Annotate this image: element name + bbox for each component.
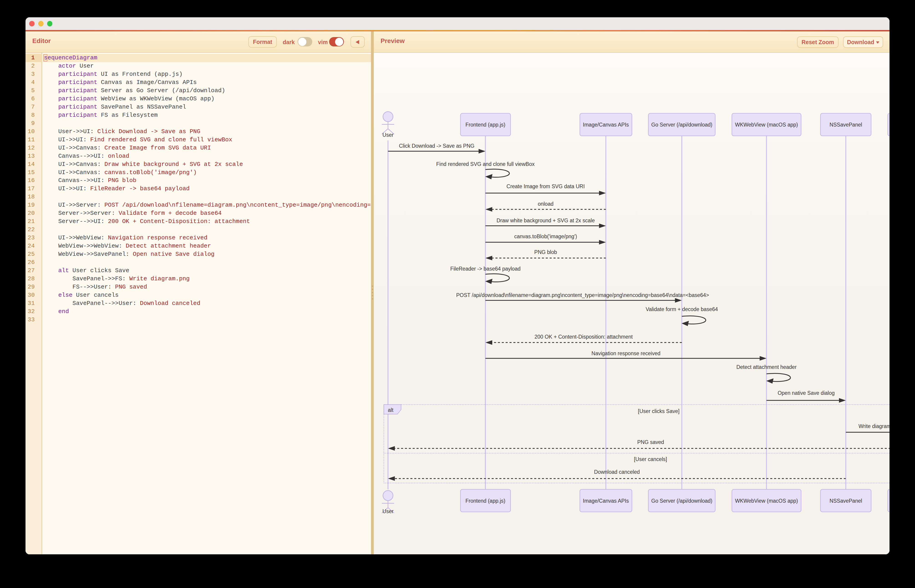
svg-text:Find rendered SVG and clone fu: Find rendered SVG and clone full viewBox xyxy=(436,161,535,167)
svg-text:POST /api/download\nfilename=d: POST /api/download\nfilename=diagram.png… xyxy=(456,292,709,298)
svg-text:WKWebView (macOS app): WKWebView (macOS app) xyxy=(735,122,798,128)
svg-text:[User cancels]: [User cancels] xyxy=(634,456,667,462)
svg-text:PNG saved: PNG saved xyxy=(637,439,664,445)
svg-text:Navigation response received: Navigation response received xyxy=(592,351,661,356)
svg-text:200 OK + Content-Disposition:: 200 OK + Content-Disposition: attachment xyxy=(534,334,633,340)
svg-text:Open native Save dialog: Open native Save dialog xyxy=(778,390,835,396)
svg-text:Download canceled: Download canceled xyxy=(594,469,640,475)
svg-text:FileReader -> base64 payload: FileReader -> base64 payload xyxy=(450,266,521,272)
svg-text:User: User xyxy=(382,132,394,138)
svg-text:Image/Canvas APIs: Image/Canvas APIs xyxy=(583,498,629,504)
svg-text:Frontend (app.js): Frontend (app.js) xyxy=(466,122,505,128)
svg-text:Go Server (/api/download): Go Server (/api/download) xyxy=(651,498,712,504)
svg-text:Write diagram.png: Write diagram.png xyxy=(858,423,889,429)
svg-text:Create Image from SVG data URI: Create Image from SVG data URI xyxy=(506,183,585,189)
svg-text:Click Download -> Save as PNG: Click Download -> Save as PNG xyxy=(399,143,475,149)
svg-text:Detect attachment header: Detect attachment header xyxy=(736,364,797,370)
svg-text:Frontend (app.js): Frontend (app.js) xyxy=(466,498,505,504)
svg-text:onload: onload xyxy=(538,201,554,207)
svg-text:[User clicks Save]: [User clicks Save] xyxy=(638,408,680,414)
svg-text:NSSavePanel: NSSavePanel xyxy=(829,498,862,504)
svg-text:Draw white background + SVG at: Draw white background + SVG at 2x scale xyxy=(496,218,595,223)
svg-text:Image/Canvas APIs: Image/Canvas APIs xyxy=(583,122,629,128)
svg-text:canvas.toBlob('image/png'): canvas.toBlob('image/png') xyxy=(514,233,577,239)
svg-text:NSSavePanel: NSSavePanel xyxy=(829,122,862,128)
svg-text:Validate form + decode base64: Validate form + decode base64 xyxy=(646,306,718,312)
svg-text:alt: alt xyxy=(388,407,394,413)
svg-text:WKWebView (macOS app): WKWebView (macOS app) xyxy=(735,498,798,504)
svg-text:PNG blob: PNG blob xyxy=(534,249,557,255)
svg-text:Go Server (/api/download): Go Server (/api/download) xyxy=(651,122,712,128)
svg-text:User: User xyxy=(382,508,394,514)
